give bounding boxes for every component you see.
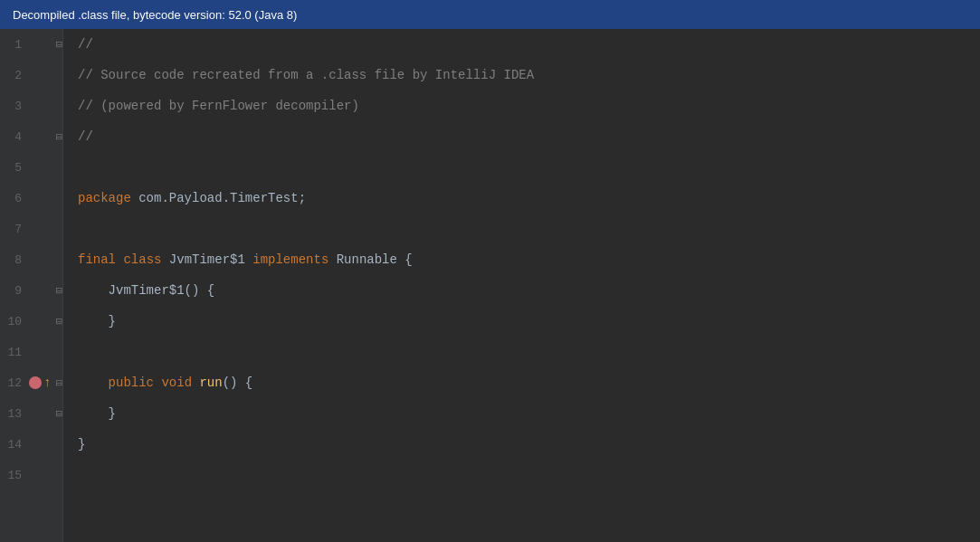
- gutter-row: 8: [0, 244, 62, 275]
- gutter-row: 11: [0, 337, 62, 367]
- code-line: [78, 214, 980, 244]
- gutter-row: 7: [0, 214, 62, 244]
- plain-token: JvmTimer$1: [161, 244, 252, 275]
- plain-token: }: [78, 429, 85, 460]
- plain-token: [154, 367, 161, 398]
- line-number: 1: [0, 38, 29, 52]
- top-bar: Decompiled .class file, bytecode version…: [0, 0, 980, 29]
- plain-token: [116, 244, 123, 275]
- gutter-row: 12↑⊟: [0, 367, 62, 398]
- gutter-row: 13⊟: [0, 398, 62, 429]
- plain-token: [192, 367, 199, 398]
- code-area: //// Source code recreated from a .class…: [63, 29, 980, 542]
- fold-icon[interactable]: ⊟: [56, 284, 62, 298]
- gutter-row: 6: [0, 183, 62, 214]
- code-line: [78, 337, 980, 367]
- comment-token: // Source code recreated from a .class f…: [78, 60, 534, 90]
- code-line: }: [78, 429, 980, 460]
- code-line: // (powered by FernFlower decompiler): [78, 90, 980, 121]
- line-number: 13: [0, 407, 29, 421]
- code-line: [78, 460, 980, 490]
- code-line: final class JvmTimer$1 implements Runnab…: [78, 244, 980, 275]
- line-number: 8: [0, 253, 29, 267]
- line-number: 15: [0, 469, 29, 482]
- plain-token: }: [78, 398, 116, 429]
- code-line: //: [78, 29, 980, 60]
- code-line: JvmTimer$1() {: [78, 275, 980, 306]
- breakpoint-icon[interactable]: [29, 376, 42, 389]
- gutter-row: 15: [0, 460, 62, 490]
- gutter-row: 14: [0, 429, 62, 460]
- fold-icon[interactable]: ⊟: [56, 376, 62, 390]
- code-line: // Source code recreated from a .class f…: [78, 60, 980, 90]
- gutter-row: 4⊟: [0, 121, 62, 152]
- fold-icon[interactable]: ⊟: [56, 130, 62, 144]
- code-line: package com.Payload.TimerTest;: [78, 183, 980, 214]
- fold-icon[interactable]: ⊟: [56, 315, 62, 328]
- arrow-up-icon: ↑: [43, 376, 51, 390]
- gutter-row: 5: [0, 152, 62, 183]
- line-number: 2: [0, 69, 29, 82]
- gutter-row: 1⊟: [0, 29, 62, 60]
- plain-token: () {: [223, 367, 253, 398]
- method-token: run: [199, 367, 222, 398]
- fold-icon[interactable]: ⊟: [56, 407, 62, 421]
- plain-token: }: [78, 306, 116, 337]
- keyword-token: package: [78, 183, 131, 214]
- code-line: }: [78, 306, 980, 337]
- plain-token: com.Payload.TimerTest;: [131, 183, 306, 214]
- comment-token: // (powered by FernFlower decompiler): [78, 90, 359, 121]
- gutter-row: 3: [0, 90, 62, 121]
- comment-token: //: [78, 121, 93, 152]
- line-number: 11: [0, 346, 29, 359]
- line-number: 12: [0, 376, 29, 390]
- line-number: 7: [0, 223, 29, 236]
- gutter: 1⊟234⊟56789⊟10⊟1112↑⊟13⊟1415: [0, 29, 63, 542]
- gutter-row: 2: [0, 60, 62, 90]
- code-line: public void run() {: [78, 367, 980, 398]
- editor-area: 1⊟234⊟56789⊟10⊟1112↑⊟13⊟1415 //// Source…: [0, 29, 980, 542]
- keyword-token: class: [123, 244, 161, 275]
- keyword-token: public: [78, 367, 154, 398]
- line-number: 9: [0, 284, 29, 298]
- keyword-token: implements: [252, 244, 328, 275]
- keyword-token: final: [78, 244, 116, 275]
- code-line: }: [78, 398, 980, 429]
- code-line: [78, 152, 980, 183]
- comment-token: //: [78, 29, 93, 60]
- gutter-row: 10⊟: [0, 306, 62, 337]
- line-number: 4: [0, 130, 29, 144]
- line-number: 10: [0, 315, 29, 328]
- line-number: 6: [0, 192, 29, 205]
- keyword-token: void: [161, 367, 192, 398]
- top-bar-text: Decompiled .class file, bytecode version…: [13, 8, 297, 22]
- plain-token: JvmTimer$1() {: [78, 275, 214, 306]
- line-number: 3: [0, 100, 29, 113]
- plain-token: Runnable {: [328, 244, 412, 275]
- code-line: //: [78, 121, 980, 152]
- line-number: 14: [0, 438, 29, 452]
- fold-icon[interactable]: ⊟: [56, 38, 62, 52]
- gutter-row: 9⊟: [0, 275, 62, 306]
- line-number: 5: [0, 161, 29, 175]
